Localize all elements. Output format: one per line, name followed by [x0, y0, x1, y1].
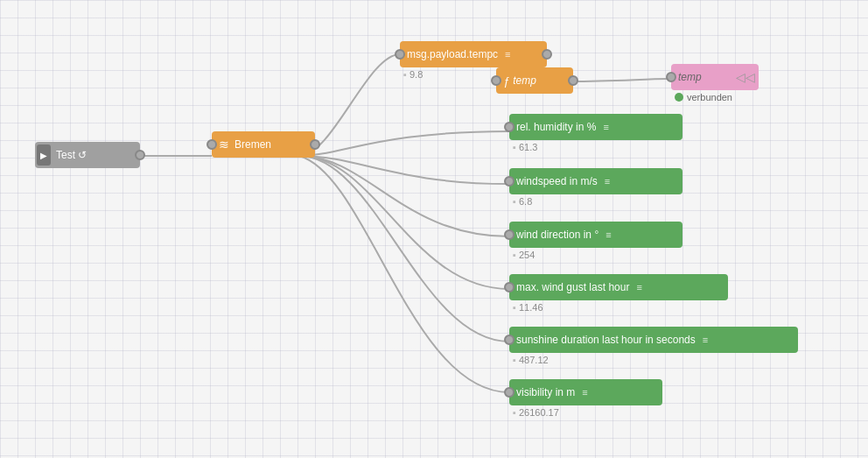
winddir-input-port[interactable] [504, 229, 514, 240]
temp-func-node[interactable]: ƒ temp [496, 67, 573, 94]
visibility-label: visibility in m [516, 386, 575, 398]
visibility-node[interactable]: visibility in m ≡ ▪ 26160.17 [509, 379, 662, 418]
windspeed-menu-icon: ≡ [605, 176, 610, 187]
humidity-node[interactable]: rel. humidity in % ≡ ▪ 61.3 [509, 114, 682, 152]
sunshine-node[interactable]: sunshine duration last hour in seconds ≡… [509, 327, 798, 365]
humidity-label: rel. humidity in % [516, 121, 596, 133]
func-icon: ƒ [503, 74, 509, 88]
windspeed-value: ▪ 6.8 [513, 196, 532, 207]
tempfunc-output-port[interactable] [568, 75, 578, 86]
tempout-label: temp [678, 71, 702, 83]
windspeed-node[interactable]: windspeed in m/s ≡ ▪ 6.8 [509, 168, 682, 207]
humidity-input-port[interactable] [504, 122, 514, 132]
windspeed-input-port[interactable] [504, 176, 514, 187]
windspeed-label: windspeed in m/s [516, 175, 598, 187]
humidity-menu-icon: ≡ [603, 122, 608, 132]
temp-output-node[interactable]: temp ◁◁ verbunden [671, 64, 759, 102]
maxwind-input-port[interactable] [504, 282, 514, 292]
bremen-label: Bremen [234, 138, 271, 151]
wind-direction-node[interactable]: wind direction in ° ≡ ▪ 254 [509, 222, 682, 260]
menu-icon: ≡ [505, 49, 510, 60]
sunshine-label: sunshine duration last hour in seconds [516, 334, 696, 346]
node-editor-canvas: ▶ Test ↺ ≋ Bremen msg.payload.tempc ≡ ▪ … [0, 0, 868, 458]
maxwind-node[interactable]: max. wind gust last hour ≡ ▪ 11.46 [509, 274, 728, 313]
sunshine-value: ▪ 487.12 [513, 355, 549, 365]
tempout-status-row: verbunden [675, 92, 732, 102]
wifi-icon: ≋ [219, 137, 229, 151]
sunshine-input-port[interactable] [504, 335, 514, 345]
bremen-input-port[interactable] [206, 139, 217, 150]
winddir-value: ▪ 254 [513, 250, 535, 260]
inject-output-port[interactable] [135, 150, 145, 160]
visibility-menu-icon: ≡ [582, 387, 587, 398]
inject-arrow-icon: ▶ [40, 151, 47, 160]
bremen-node[interactable]: ≋ Bremen [212, 131, 315, 158]
winddir-label: wind direction in ° [516, 229, 598, 241]
tempout-input-port[interactable] [666, 72, 676, 82]
maxwind-value: ▪ 11.46 [513, 302, 543, 313]
inject-node[interactable]: ▶ Test ↺ [35, 142, 140, 168]
speaker-icon: ◁◁ [736, 70, 755, 84]
status-dot-green [675, 93, 683, 102]
tempout-status: verbunden [687, 92, 732, 102]
msgpayload-label: msg.payload.tempc [407, 48, 498, 60]
inject-label: Test ↺ [56, 149, 87, 161]
maxwind-menu-icon: ≡ [636, 282, 641, 292]
visibility-value: ▪ 26160.17 [513, 407, 559, 418]
tempfunc-input-port[interactable] [491, 75, 501, 86]
bremen-output-port[interactable] [310, 139, 320, 150]
humidity-value: ▪ 61.3 [513, 142, 537, 152]
msgpayload-value: ▪ 9.8 [403, 69, 423, 80]
visibility-input-port[interactable] [504, 387, 514, 398]
sunshine-menu-icon: ≡ [703, 335, 708, 345]
winddir-menu-icon: ≡ [606, 229, 611, 240]
msgpayload-output-port[interactable] [542, 49, 552, 60]
tempfunc-label: temp [513, 74, 536, 87]
msgpayload-input-port[interactable] [395, 49, 405, 60]
maxwind-label: max. wind gust last hour [516, 281, 629, 293]
